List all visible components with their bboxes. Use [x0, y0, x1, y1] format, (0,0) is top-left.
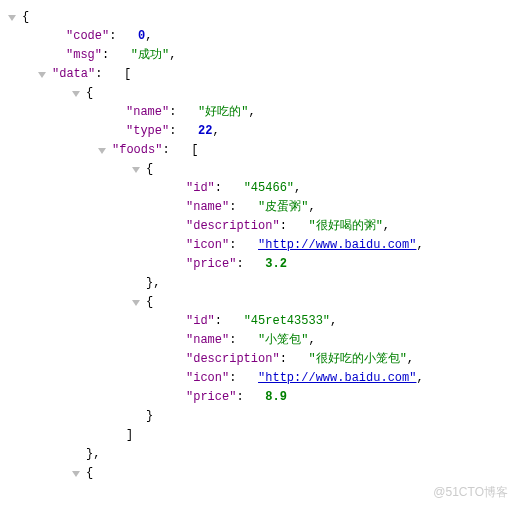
- item1-open: {: [0, 464, 520, 483]
- food0-desc: "description": "很好喝的粥",: [0, 217, 520, 236]
- data-key-row: "data": [: [0, 65, 520, 84]
- item0-close: },: [0, 445, 520, 464]
- watermark: @51CTO博客: [433, 483, 508, 502]
- food0-close: },: [0, 274, 520, 293]
- json-viewer: { "code": 0, "msg": "成功", "data": [ { "n…: [0, 8, 520, 483]
- toggle-icon[interactable]: [8, 15, 16, 21]
- food1-desc: "description": "很好吃的小笼包",: [0, 350, 520, 369]
- root-open: {: [0, 8, 520, 27]
- item0-type: "type": 22,: [0, 122, 520, 141]
- toggle-icon[interactable]: [38, 72, 46, 78]
- toggle-icon[interactable]: [98, 148, 106, 154]
- food1-close: }: [0, 407, 520, 426]
- food1-open: {: [0, 293, 520, 312]
- link[interactable]: "http://www.baidu.com": [258, 369, 416, 388]
- food0-price: "price": 3.2: [0, 255, 520, 274]
- food1-icon: "icon": "http://www.baidu.com",: [0, 369, 520, 388]
- food1-name: "name": "小笼包",: [0, 331, 520, 350]
- food1-id: "id": "45ret43533",: [0, 312, 520, 331]
- toggle-icon[interactable]: [72, 471, 80, 477]
- food0-id: "id": "45466",: [0, 179, 520, 198]
- toggle-icon[interactable]: [132, 300, 140, 306]
- code-row: "code": 0,: [0, 27, 520, 46]
- toggle-icon[interactable]: [72, 91, 80, 97]
- foods-close: ]: [0, 426, 520, 445]
- link[interactable]: "http://www.baidu.com": [258, 236, 416, 255]
- msg-row: "msg": "成功",: [0, 46, 520, 65]
- food0-name: "name": "皮蛋粥",: [0, 198, 520, 217]
- data-item0-open: {: [0, 84, 520, 103]
- food1-price: "price": 8.9: [0, 388, 520, 407]
- food0-icon: "icon": "http://www.baidu.com",: [0, 236, 520, 255]
- food0-open: {: [0, 160, 520, 179]
- foods-key-row: "foods": [: [0, 141, 520, 160]
- item0-name: "name": "好吃的",: [0, 103, 520, 122]
- toggle-icon[interactable]: [132, 167, 140, 173]
